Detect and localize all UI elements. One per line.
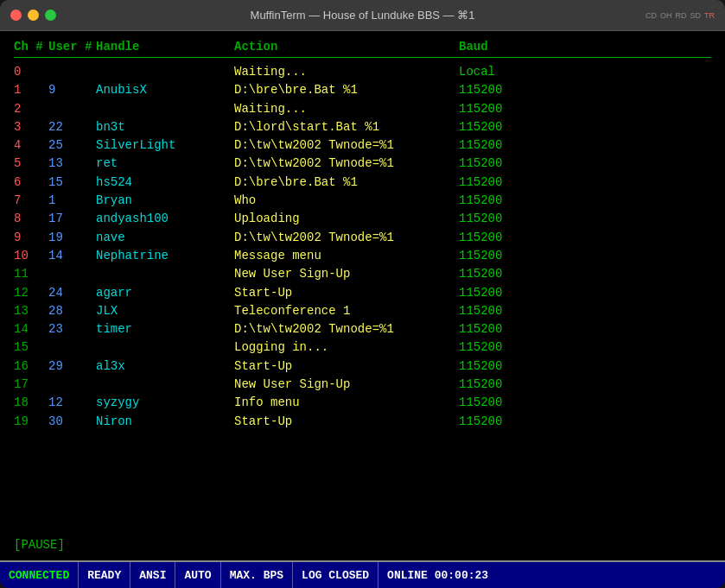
close-button[interactable]	[10, 9, 22, 21]
status-maxbps[interactable]: MAX. BPS	[221, 562, 293, 588]
pause-indicator: [PAUSE]	[14, 538, 711, 552]
header-ch: Ch #	[14, 40, 48, 54]
row-action: D:\lord\start.Bat %1	[234, 118, 459, 136]
row-user: 17	[48, 210, 96, 227]
row-handle: agarr	[96, 284, 234, 301]
ind-tr-label: TR	[704, 11, 715, 20]
table-row: 7 1 Bryan Who 115200	[14, 192, 711, 209]
row-ch: 17	[14, 376, 48, 393]
table-header: Ch # User # Handle Action Baud	[14, 40, 711, 54]
row-user: 14	[48, 247, 96, 264]
ansi-label: ANSI	[139, 569, 166, 582]
table-row: 13 28 JLX Teleconference 1 115200	[14, 302, 711, 319]
header-baud: Baud	[459, 40, 528, 54]
indicators: CD OH RD SD TR	[646, 11, 715, 20]
ind-rd-label: RD	[675, 11, 686, 20]
row-action: D:\tw\tw2002 Twnode=%1	[234, 136, 459, 154]
table-row: 3 22 bn3t D:\lord\start.Bat %1 115200	[14, 118, 711, 136]
row-handle: ret	[96, 155, 234, 172]
row-user: 19	[48, 229, 96, 246]
row-baud: 115200	[459, 338, 528, 356]
table-row: 6 15 hs524 D:\bre\bre.Bat %1 115200	[14, 174, 711, 191]
row-user: 13	[48, 155, 96, 172]
row-handle	[96, 338, 234, 356]
status-auto[interactable]: AUTO	[175, 562, 220, 588]
traffic-lights	[10, 9, 56, 21]
row-baud: 115200	[459, 192, 528, 209]
row-handle	[96, 376, 234, 393]
row-user: 1	[48, 192, 96, 209]
row-baud: Local	[459, 63, 528, 80]
data-rows: 0 Waiting... Local 1 9 AnubisX D:\bre\br…	[14, 63, 711, 534]
row-action: Who	[234, 192, 459, 209]
row-ch: 8	[14, 210, 48, 227]
row-action: Uploading	[234, 210, 459, 227]
status-ansi[interactable]: ANSI	[130, 562, 175, 588]
row-action: Start-Up	[234, 413, 459, 430]
row-user: 30	[48, 413, 96, 430]
row-action: D:\tw\tw2002 Twnode=%1	[234, 229, 459, 246]
row-handle: nave	[96, 229, 234, 246]
row-user: 12	[48, 394, 96, 411]
row-action: Teleconference 1	[234, 302, 459, 319]
table-row: 10 14 Nephatrine Message menu 115200	[14, 247, 711, 264]
table-row: 5 13 ret D:\tw\tw2002 Twnode=%1 115200	[14, 155, 711, 172]
maximize-button[interactable]	[45, 9, 56, 21]
row-action: Start-Up	[234, 284, 459, 301]
row-baud: 115200	[459, 302, 528, 319]
row-baud: 115200	[459, 320, 528, 338]
header-action: Action	[234, 40, 459, 54]
row-handle	[96, 265, 234, 282]
window-title: MuffinTerm — House of Lunduke BBS — ⌘1	[251, 9, 475, 22]
row-baud: 115200	[459, 247, 528, 264]
row-action: D:\bre\bre.Bat %1	[234, 174, 459, 191]
row-baud: 115200	[459, 155, 528, 172]
row-baud: 115200	[459, 357, 528, 375]
row-user: 22	[48, 118, 96, 136]
row-action: Start-Up	[234, 357, 459, 375]
row-baud: 115200	[459, 284, 528, 301]
row-baud: 115200	[459, 265, 528, 282]
row-ch: 3	[14, 118, 48, 136]
table-row: 0 Waiting... Local	[14, 63, 711, 80]
row-user: 23	[48, 320, 96, 338]
table-row: 15 Logging in... 115200	[14, 338, 711, 356]
row-ch: 12	[14, 284, 48, 301]
table-row: 9 19 nave D:\tw\tw2002 Twnode=%1 115200	[14, 229, 711, 246]
row-action: Message menu	[234, 247, 459, 264]
row-handle	[96, 63, 234, 80]
row-action: D:\tw\tw2002 Twnode=%1	[234, 155, 459, 172]
table-row: 2 Waiting... 115200	[14, 100, 711, 117]
online-label: ONLINE 00:00:23	[387, 569, 488, 582]
row-user	[48, 265, 96, 282]
header-divider	[14, 57, 711, 58]
auto-label: AUTO	[184, 569, 211, 582]
row-action: D:\bre\bre.Bat %1	[234, 81, 459, 98]
row-user	[48, 63, 96, 80]
status-logclosed[interactable]: LOG CLOSED	[293, 562, 378, 588]
table-row: 19 30 Niron Start-Up 115200	[14, 413, 711, 430]
row-baud: 115200	[459, 413, 528, 430]
minimize-button[interactable]	[28, 9, 39, 21]
status-ready[interactable]: READY	[79, 562, 130, 588]
row-action: Logging in...	[234, 338, 459, 356]
table-row: 14 23 timer D:\tw\tw2002 Twnode=%1 11520…	[14, 320, 711, 338]
row-baud: 115200	[459, 376, 528, 393]
row-ch: 10	[14, 247, 48, 264]
row-ch: 4	[14, 136, 48, 154]
statusbar: CONNECTED READY ANSI AUTO MAX. BPS LOG C…	[0, 560, 725, 588]
status-connected[interactable]: CONNECTED	[0, 562, 79, 588]
table-row: 4 25 SilverLight D:\tw\tw2002 Twnode=%1 …	[14, 136, 711, 154]
row-ch: 15	[14, 338, 48, 356]
terminal-body: Ch # User # Handle Action Baud 0 Waiting…	[0, 31, 725, 560]
row-handle: timer	[96, 320, 234, 338]
logclosed-label: LOG CLOSED	[302, 569, 369, 582]
row-ch: 0	[14, 63, 48, 80]
row-handle: bn3t	[96, 118, 234, 136]
row-ch: 9	[14, 229, 48, 246]
table-row: 18 12 syzygy Info menu 115200	[14, 394, 711, 411]
row-ch: 11	[14, 265, 48, 282]
row-user	[48, 376, 96, 393]
row-user: 9	[48, 81, 96, 98]
row-handle: hs524	[96, 174, 234, 191]
